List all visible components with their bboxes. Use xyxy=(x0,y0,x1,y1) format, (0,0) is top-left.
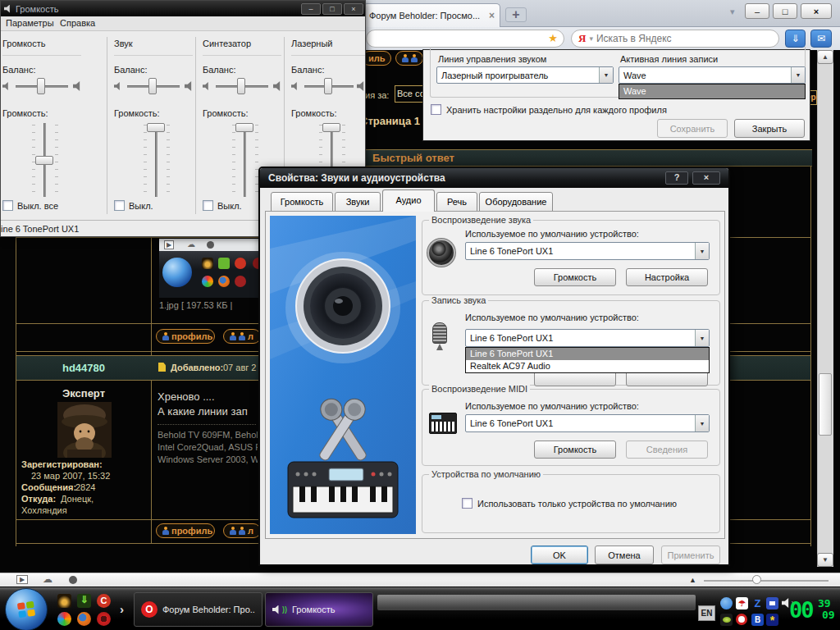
mute-checkbox[interactable] xyxy=(2,200,13,211)
scrollbar-thumb[interactable] xyxy=(819,373,832,436)
defaults-checkbox[interactable] xyxy=(462,498,472,509)
combo-arrow-icon[interactable]: ▼ xyxy=(695,330,709,346)
ok-button[interactable]: OK xyxy=(531,546,588,564)
midi-volume-button[interactable]: Громкость xyxy=(534,441,616,459)
new-tab-button[interactable]: + xyxy=(505,7,527,22)
yandex-search-box[interactable]: Я ▾ xyxy=(571,30,779,48)
mixer-minimize-button[interactable]: – xyxy=(301,3,321,15)
tray-icon-antivirus[interactable]: ☂ xyxy=(736,597,748,609)
strip-cloud-icon[interactable]: ☁ xyxy=(43,573,52,585)
avatar[interactable] xyxy=(57,402,112,458)
filter-select-fragment[interactable]: Все со xyxy=(395,85,423,103)
yandex-dropdown-icon[interactable]: ▾ xyxy=(589,34,593,43)
browser-tab-active[interactable]: Форум Beholder: Просмо... × xyxy=(363,3,500,27)
browser-minimize-button[interactable]: – xyxy=(745,3,769,19)
strip-slider-thumb[interactable] xyxy=(752,575,761,584)
browser-maximize-button[interactable]: □ xyxy=(773,3,797,19)
balance-thumb[interactable] xyxy=(148,78,157,94)
balance-thumb[interactable] xyxy=(237,78,245,94)
tab-close-icon[interactable]: × xyxy=(489,10,495,21)
window-menu-dropdown-icon[interactable]: ▾ xyxy=(730,7,735,17)
language-indicator[interactable]: EN xyxy=(698,605,715,621)
mute-checkbox[interactable] xyxy=(114,200,125,211)
address-bar[interactable]: ★ xyxy=(366,30,564,48)
balance-thumb[interactable] xyxy=(324,78,332,94)
apply-button[interactable]: Применить xyxy=(661,546,720,564)
mute-checkbox[interactable] xyxy=(203,200,213,211)
tray-icon-z[interactable]: Z xyxy=(751,597,764,609)
menu-help[interactable]: Справка xyxy=(60,18,95,28)
tray-icon-b[interactable]: B xyxy=(751,614,764,626)
start-button[interactable] xyxy=(5,588,48,630)
combo-arrow-icon[interactable]: ▼ xyxy=(599,67,613,83)
profile-button[interactable]: профиль xyxy=(156,329,215,344)
tab-audio[interactable]: Аудио xyxy=(382,189,435,212)
tab-speech[interactable]: Речь xyxy=(436,192,477,212)
profile-button[interactable]: профиль xyxy=(156,523,215,538)
playback-settings-button[interactable]: Настройка xyxy=(626,268,708,286)
quicklaunch-icon-2[interactable]: ⇓ xyxy=(77,594,91,608)
tab-volume[interactable]: Громкость xyxy=(271,192,333,212)
volume-track[interactable] xyxy=(244,123,246,197)
volume-thumb[interactable] xyxy=(35,156,53,165)
strip-circle-icon[interactable] xyxy=(69,576,77,584)
strip-collapse-icon[interactable]: ▲ xyxy=(689,576,696,584)
scrollbar-track[interactable] xyxy=(817,50,833,567)
mail-button[interactable]: ✉ xyxy=(810,30,832,48)
record-line-combobox[interactable]: Wave ▼ xyxy=(619,66,806,84)
quicklaunch-icon-1[interactable] xyxy=(57,594,71,608)
dropdown-option[interactable]: Realtek AC97 Audio xyxy=(466,360,709,372)
dropdown-option-selected[interactable]: Wave xyxy=(619,84,805,98)
playback-volume-button[interactable]: Громкость xyxy=(534,268,616,286)
volume-track[interactable] xyxy=(155,123,158,197)
pm-button-fragment[interactable] xyxy=(395,51,423,66)
quicklaunch-icon-5[interactable] xyxy=(77,612,91,626)
volume-thumb[interactable] xyxy=(235,123,253,132)
task-button-forum[interactable]: O Форум Beholder: Про... xyxy=(134,592,262,627)
record-line-dropdown-list[interactable]: Wave xyxy=(619,84,806,99)
recording-dropdown-list[interactable]: Line 6 TonePort UX1 Realtek AC97 Audio xyxy=(465,347,710,373)
close-dialog-button[interactable]: Закрыть xyxy=(734,119,805,138)
mixer-close-button[interactable]: × xyxy=(344,3,363,15)
mixer-titlebar[interactable]: Громкость – □ × xyxy=(1,1,366,16)
quicklaunch-icon-3[interactable]: C xyxy=(97,594,111,608)
playback-device-combobox[interactable]: Line 6 TonePort UX1 ▼ xyxy=(465,242,710,260)
combo-arrow-icon[interactable]: ▼ xyxy=(791,67,805,83)
dropdown-option-selected[interactable]: Line 6 TonePort UX1 xyxy=(466,348,709,360)
search-input[interactable] xyxy=(596,33,772,44)
tray-icon-red-ring[interactable] xyxy=(736,614,747,625)
tray-icon-nvidia[interactable] xyxy=(720,614,733,626)
combo-arrow-icon[interactable]: ▼ xyxy=(695,243,709,259)
midi-details-button[interactable]: Сведения xyxy=(626,441,708,459)
download-button[interactable]: ⇓ xyxy=(785,30,806,48)
profile-button-fragment[interactable]: иль xyxy=(362,51,391,66)
dialog-close-button[interactable]: × xyxy=(692,171,720,185)
tab-sounds[interactable]: Звуки xyxy=(335,192,381,212)
strip-play-icon[interactable]: ▶ xyxy=(16,575,28,584)
strip-slider-track[interactable] xyxy=(704,580,829,582)
bookmark-star-icon[interactable]: ★ xyxy=(548,32,558,44)
volume-thumb[interactable] xyxy=(147,123,165,132)
cancel-button[interactable]: Отмена xyxy=(595,546,654,564)
quicklaunch-icon-6[interactable] xyxy=(97,612,111,626)
combo-arrow-icon[interactable]: ▼ xyxy=(695,415,709,431)
pm-button[interactable]: л xyxy=(223,523,261,538)
attachment-caption[interactable]: 1.jpg [ 197.53 КБ | xyxy=(159,300,232,310)
volume-thumb[interactable] xyxy=(322,123,340,132)
pm-button[interactable]: л xyxy=(223,329,261,344)
balance-thumb[interactable] xyxy=(37,78,45,94)
scrollbar-up-button[interactable]: ▲ xyxy=(817,50,833,64)
attachment-thumbnail[interactable]: ▶ ☁ xyxy=(159,239,262,298)
control-line-combobox[interactable]: Лазерный проигрыватель ▼ xyxy=(436,66,614,84)
mixer-maximize-button[interactable]: □ xyxy=(322,3,342,15)
browser-close-button[interactable]: × xyxy=(801,3,832,19)
menu-options[interactable]: Параметры xyxy=(6,18,54,28)
quicklaunch-chevron[interactable]: › xyxy=(120,602,124,616)
task-button-volume[interactable]: )) Громкость xyxy=(265,592,373,627)
post-author[interactable]: hd44780 xyxy=(16,362,151,374)
quicklaunch-icon-4[interactable] xyxy=(57,612,71,626)
tray-icon-burst[interactable]: * xyxy=(766,614,778,626)
scrollbar-down-button[interactable]: ▼ xyxy=(817,553,833,567)
tray-icon-floppy[interactable] xyxy=(766,597,778,609)
dialog-titlebar[interactable]: Свойства: Звуки и аудиоустройства ? × xyxy=(260,168,728,188)
